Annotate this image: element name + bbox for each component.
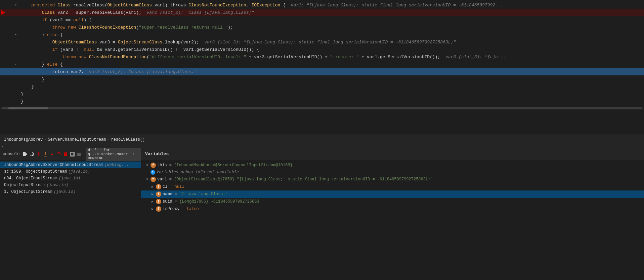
var-type-icon-6: f xyxy=(156,199,161,204)
code-line-2: Class var2 = super.resolveClass(var1); v… xyxy=(0,9,644,16)
breadcrumb-part-3[interactable]: resolveClass() xyxy=(111,137,145,142)
fold-icon-1[interactable]: ▾ xyxy=(13,3,18,7)
close-debug-panel-icon[interactable]: ✕ xyxy=(1,144,4,149)
horizontal-scrollbar[interactable] xyxy=(0,106,644,110)
breadcrumb-sep-1: › xyxy=(44,137,46,142)
variables-list: fthis={InboundMsgAbbrev$ServerChannelInp… xyxy=(141,160,644,280)
expand-arrow-4[interactable] xyxy=(151,185,155,189)
variables-tab-label: Variables xyxy=(145,151,169,156)
expand-arrow-3[interactable] xyxy=(145,177,149,181)
svg-marker-12 xyxy=(51,154,53,156)
force-step-into-button[interactable] xyxy=(50,150,54,158)
var-type-icon-1: f xyxy=(151,163,156,168)
svg-rect-16 xyxy=(71,153,74,155)
code-line-6: ObjectStreamClass var3 = ObjectStreamCla… xyxy=(0,38,644,46)
var-name-1: this xyxy=(157,163,167,168)
code-line-5: ▾ } else { xyxy=(0,31,644,38)
variables-header: Variables xyxy=(141,148,644,160)
frames-list: InboundMsgAbbrev$ServerChannelInputStrea… xyxy=(0,160,141,280)
svg-rect-1 xyxy=(24,152,25,156)
svg-rect-0 xyxy=(23,152,24,156)
code-line-11: } xyxy=(0,75,644,83)
var-name-7: isProxy xyxy=(163,207,179,211)
svg-marker-6 xyxy=(38,154,40,156)
var-item-1[interactable]: fthis={InboundMsgAbbrev$ServerChannelInp… xyxy=(141,162,644,169)
code-line-8: throw new ClassNotFoundException("differ… xyxy=(0,53,644,61)
code-text-14: } xyxy=(18,99,644,104)
debug-info-icon: i xyxy=(151,170,155,175)
frames-toolbar: console xyxy=(0,148,141,160)
expand-arrow-5[interactable] xyxy=(151,192,155,196)
expand-arrow-1[interactable] xyxy=(145,163,149,167)
var-value-6: {Long@17986} -6118465897992725863 xyxy=(179,199,259,204)
debug-info-text: Variables debug info not available xyxy=(157,170,239,175)
expand-arrow-6[interactable] xyxy=(151,200,155,204)
breadcrumb-part-1[interactable]: InboundMsgAbbrev xyxy=(4,137,43,142)
step-over-button[interactable] xyxy=(30,150,34,158)
var-item-5[interactable]: fname="[Ljava.lang.Class;" xyxy=(141,190,644,198)
code-text-4: throw new ClassNotFoundException("super.… xyxy=(18,25,644,30)
code-text-10: return var2; var2 (slot_2): "class [Ljav… xyxy=(18,69,644,74)
code-line-14: } xyxy=(0,98,644,105)
frames-panel: console xyxy=(0,148,141,280)
code-line-3: if (var2 == null) { xyxy=(0,16,644,24)
var-value-4: null xyxy=(175,184,184,189)
var-name-5: name xyxy=(163,192,172,197)
var-name-6: suid xyxy=(163,199,172,204)
fold-icon-5[interactable]: ▾ xyxy=(13,33,18,37)
var-name-4: cl xyxy=(163,184,167,189)
rerun-button[interactable] xyxy=(56,150,61,158)
code-line-9: ▾ } else { xyxy=(0,61,644,68)
var-item-7[interactable]: fisProxy=false xyxy=(141,205,644,213)
stop-button[interactable] xyxy=(63,150,68,158)
code-text-11: } xyxy=(18,77,644,82)
frame-item-5[interactable]: 1, ObjectInputStream (java.io) xyxy=(0,188,141,195)
debug-main-area: console xyxy=(0,148,644,280)
frame-item-3[interactable]: n94, ObjectInputStream (java.io) xyxy=(0,175,141,182)
code-line-4: throw new ClassNotFoundException("super.… xyxy=(0,24,644,31)
fold-icon-9[interactable]: ▾ xyxy=(13,62,18,66)
thread-label: d: '1' for q...c.socket.Muxer'': RUNNING xyxy=(88,148,141,160)
scrollbar-thumb[interactable] xyxy=(8,107,48,109)
variables-panel: Variables fthis={InboundMsgAbbrev$Server… xyxy=(141,148,644,280)
code-content: ▾ protected Class resolveClass(ObjectStr… xyxy=(0,0,644,106)
code-line-10: return var2; var2 (slot_2): "class [Ljav… xyxy=(0,68,644,75)
step-out-button[interactable] xyxy=(43,150,48,158)
code-text-7: if (var3 != null && var3.getSerialVersio… xyxy=(18,47,644,52)
scrollbar-track xyxy=(1,107,643,109)
code-text-6: ObjectStreamClass var3 = ObjectStreamCla… xyxy=(18,40,644,45)
resume-button[interactable] xyxy=(23,150,28,158)
frame-item-1[interactable]: InboundMsgAbbrev$ServerChannelInputStrea… xyxy=(0,162,141,168)
code-text-12: } xyxy=(18,84,644,89)
breakpoint-arrow-icon xyxy=(1,10,5,15)
svg-marker-9 xyxy=(44,152,46,153)
var-item-4[interactable]: fcl=null xyxy=(141,183,644,190)
var-item-6[interactable]: fsuid={Long@17986} -6118465897992725863 xyxy=(141,198,644,205)
var-item-3[interactable]: fvar1={ObjectStreamClass@17650} "[Ljava.… xyxy=(141,176,644,183)
var-value-7: false xyxy=(187,207,199,211)
code-line-12: } xyxy=(0,83,644,90)
code-line-1: ▾ protected Class resolveClass(ObjectStr… xyxy=(0,1,644,9)
code-text-2: Class var2 = super.resolveClass(var1); v… xyxy=(18,10,644,15)
code-text-5: } else { xyxy=(18,32,644,37)
expand-arrow-7[interactable] xyxy=(151,207,155,211)
svg-marker-2 xyxy=(25,152,27,156)
thread-selector[interactable]: d: '1' for q...c.socket.Muxer'': RUNNING… xyxy=(86,148,141,161)
step-into-button[interactable] xyxy=(36,150,41,158)
var-type-icon-3: f xyxy=(151,177,156,182)
var-value-3: {ObjectStreamClass@17650} "[Ljava.lang.C… xyxy=(174,177,433,182)
var-value-5: "[Ljava.lang.Class;" xyxy=(179,192,228,197)
restore-button[interactable] xyxy=(70,150,75,158)
code-line-7: if (var3 != null && var3.getSerialVersio… xyxy=(0,46,644,53)
console-label: console xyxy=(3,152,19,156)
settings-button[interactable] xyxy=(77,150,81,158)
frame-item-2[interactable]: sc:1589, ObjectInputStream (java.io) xyxy=(0,168,141,175)
code-text-8: throw new ClassNotFoundException("differ… xyxy=(18,55,644,60)
code-text-9: } else { xyxy=(18,62,644,67)
breadcrumb-part-2[interactable]: ServerChannelInputStream xyxy=(48,137,106,142)
var-item-2[interactable]: iVariables debug info not available xyxy=(141,169,644,176)
code-editor: ▾ protected Class resolveClass(ObjectStr… xyxy=(0,0,644,135)
frame-item-4[interactable]: ObjectInputStream (java.io) xyxy=(0,182,141,188)
code-text-13: } xyxy=(18,92,644,97)
var-name-3: var1 xyxy=(157,177,167,182)
